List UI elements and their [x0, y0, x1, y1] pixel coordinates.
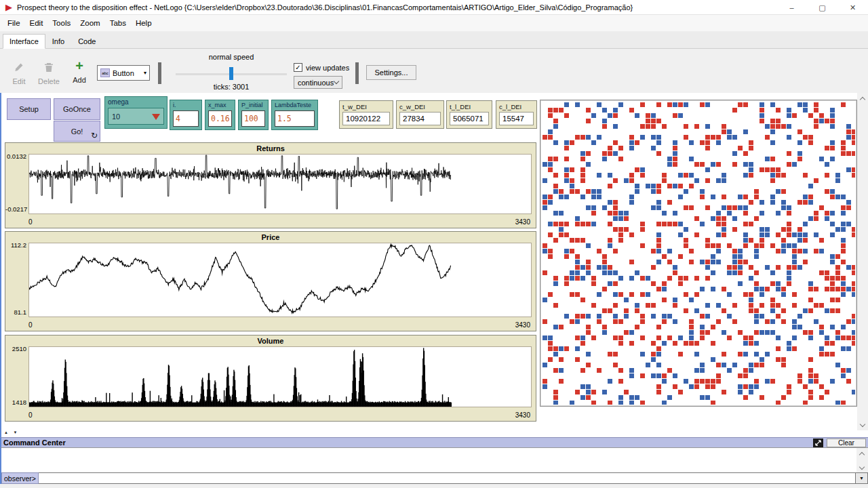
input-lambdateste-value[interactable]: 1.5: [277, 114, 292, 123]
price-ymin-label: 81.1: [5, 308, 26, 316]
delete-tool[interactable]: Delete: [35, 60, 62, 85]
clear-button[interactable]: Clear: [827, 439, 866, 447]
speed-control: normal speed ticks: 3001: [173, 49, 290, 93]
minimize-button[interactable]: –: [776, 0, 807, 15]
volume-plot: Volume 2510 1418 0 3430: [5, 335, 536, 422]
input-x-max[interactable]: x_max 0.16: [205, 100, 235, 130]
input-i-label: i.: [173, 102, 176, 108]
go-button[interactable]: Go! ↻: [54, 121, 100, 142]
price-plot-title: Price: [5, 233, 536, 241]
view-updates-label: view updates: [306, 64, 349, 72]
price-xmax-label: 3430: [515, 321, 530, 329]
scroll-down-icon[interactable]: [857, 420, 868, 430]
price-plot: Price 112.2 81.1 0 3430: [5, 231, 536, 331]
menu-tabs[interactable]: Tabs: [105, 19, 131, 27]
widget-type-dropdown[interactable]: abc Button ▾: [97, 65, 150, 81]
observer-prompt[interactable]: observer>: [1, 472, 39, 484]
command-center-input-row: observer> ▼: [0, 472, 868, 484]
toolbar: Edit Delete + Add abc Button ▾ normal sp…: [0, 49, 868, 93]
menu-edit[interactable]: Edit: [25, 19, 48, 27]
pencil-icon: [8, 60, 30, 75]
menu-tools[interactable]: Tools: [47, 19, 75, 27]
forever-icon: ↻: [91, 131, 98, 140]
returns-plot-area: [28, 154, 532, 214]
delete-label: Delete: [35, 77, 62, 85]
speed-slider-thumb[interactable]: [229, 67, 233, 80]
chooser-arrow-icon: [152, 114, 160, 120]
update-mode-dropdown[interactable]: continuous: [294, 76, 342, 89]
scroll-up-icon[interactable]: [856, 448, 867, 459]
netlogo-logo-icon: ▶: [5, 0, 12, 15]
returns-plot-title: Returns: [5, 144, 536, 152]
monitor-t-l-dei: t_l_DEI 5065071: [446, 100, 492, 129]
window-title: Prospect theory to the disposition effec…: [17, 3, 633, 12]
update-mode-value: continuous: [298, 79, 334, 87]
toolbar-separator: [355, 62, 359, 84]
scroll-up-icon[interactable]: [857, 93, 868, 104]
price-ymax-label: 112.2: [5, 241, 26, 249]
close-button[interactable]: ✕: [837, 0, 868, 15]
volume-plot-area: [28, 346, 532, 407]
menu-zoom[interactable]: Zoom: [75, 19, 104, 27]
goonce-button[interactable]: GoOnce: [54, 98, 100, 120]
monitor-value: 15547: [502, 115, 524, 123]
window-bottom-border: [0, 484, 868, 488]
maximize-button[interactable]: ▢: [807, 0, 837, 15]
tab-info[interactable]: Info: [45, 34, 71, 49]
history-dropdown-icon[interactable]: ▼: [856, 472, 868, 484]
widget-type-label: Button: [113, 69, 134, 77]
omega-chooser-value[interactable]: 10: [108, 108, 164, 125]
returns-ymax-label: 0.0132: [5, 152, 26, 160]
input-x-max-label: x_max: [208, 102, 226, 108]
abc-widget-icon: abc: [100, 68, 110, 77]
output-scrollbar[interactable]: [856, 448, 868, 473]
netlogo-window: ▶ Prospect theory to the disposition eff…: [0, 0, 868, 488]
omega-value-text: 10: [112, 113, 120, 121]
toolbar-separator: [158, 62, 161, 84]
tab-interface[interactable]: Interface: [3, 34, 45, 49]
input-x-max-value[interactable]: 0.16: [211, 114, 230, 123]
returns-xmax-label: 3430: [515, 218, 530, 226]
settings-button[interactable]: Settings...: [366, 65, 416, 80]
input-p-initial-label: P_initial: [241, 102, 263, 108]
returns-xmin-label: 0: [28, 218, 33, 226]
tab-bar: Interface Info Code: [0, 32, 868, 49]
returns-ymin-label: -0.0217: [5, 205, 26, 213]
monitor-label: t_w_DEI: [342, 103, 367, 110]
add-label: Add: [69, 76, 90, 84]
input-p-initial[interactable]: P_initial 100: [238, 100, 269, 130]
input-i[interactable]: i. 4: [170, 100, 202, 130]
world-view: [540, 100, 857, 407]
monitor-label: t_l_DEI: [450, 103, 471, 110]
monitor-value: 10920122: [346, 115, 380, 123]
window-controls: – ▢ ✕: [776, 0, 868, 15]
input-lambdateste[interactable]: LambdaTeste 1.5: [271, 100, 318, 130]
tab-code[interactable]: Code: [71, 34, 102, 49]
volume-plot-title: Volume: [5, 337, 536, 345]
menu-file[interactable]: File: [3, 19, 25, 27]
edit-label: Edit: [8, 77, 30, 85]
expand-icon[interactable]: [813, 439, 823, 447]
volume-xmax-label: 3430: [515, 411, 530, 419]
omega-chooser[interactable]: omega 10: [104, 96, 167, 129]
input-p-initial-value[interactable]: 100: [244, 114, 258, 123]
input-i-value[interactable]: 4: [176, 114, 180, 123]
interface-scrollbar[interactable]: [857, 93, 868, 430]
scroll-down-icon[interactable]: [856, 462, 867, 473]
monitor-c-w-dei: c_w_DEI 27834: [396, 100, 444, 129]
price-xmin-label: 0: [28, 321, 33, 329]
edit-tool[interactable]: Edit: [8, 60, 30, 85]
add-tool[interactable]: + Add: [69, 58, 90, 84]
command-center-splitter[interactable]: ▲ ▼: [4, 430, 20, 434]
setup-button[interactable]: Setup: [7, 98, 51, 120]
chevron-down-icon: [334, 79, 339, 84]
title-bar: ▶ Prospect theory to the disposition eff…: [0, 0, 868, 15]
command-center-output[interactable]: [0, 447, 868, 472]
ticks-counter: ticks: 3001: [173, 83, 290, 91]
input-lambdateste-label: LambdaTeste: [275, 102, 311, 108]
plus-icon: +: [69, 58, 90, 73]
menu-help[interactable]: Help: [131, 19, 157, 27]
view-updates-checkbox[interactable]: ✓: [294, 63, 302, 72]
monitor-t-w-dei: t_w_DEI 10920122: [339, 100, 393, 129]
command-input[interactable]: [39, 472, 856, 484]
